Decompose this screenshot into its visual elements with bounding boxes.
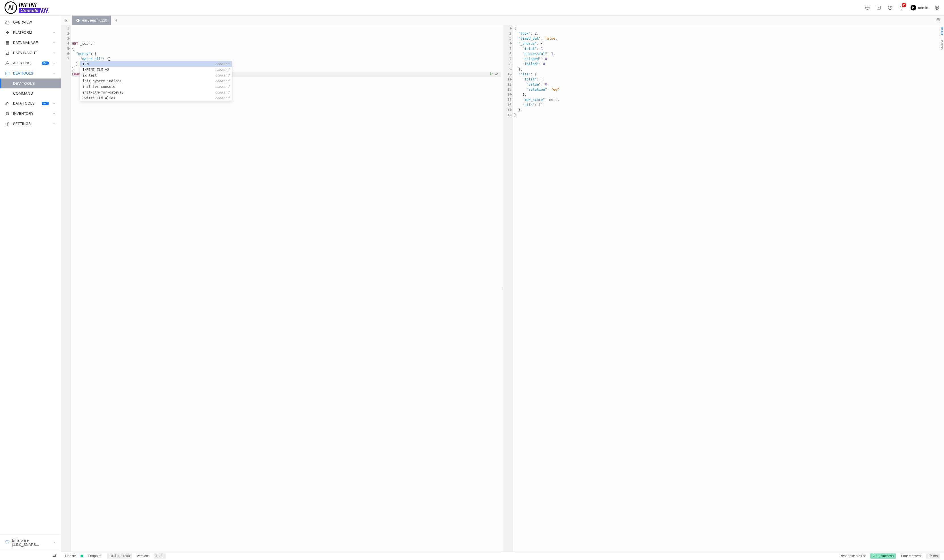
- alert-icon: [5, 61, 10, 65]
- license-info[interactable]: Enterprise (1.5.0_SNAPS...: [5, 538, 56, 547]
- sidebar-item-data-manage[interactable]: DATA MANAGE: [0, 38, 61, 48]
- svg-rect-9: [6, 42, 9, 42]
- sidebar-item-data-tools[interactable]: DATA TOOLS Pro: [0, 98, 61, 109]
- wrench-icon[interactable]: [495, 72, 499, 76]
- autocomplete-item[interactable]: Switch ILM Aliascommand: [80, 95, 232, 101]
- sidebar-item-overview[interactable]: OVERVIEW: [0, 17, 61, 28]
- sidebar-subitem-command[interactable]: COMMAND: [0, 88, 61, 98]
- svg-point-14: [8, 112, 9, 113]
- side-tab-result[interactable]: Result: [939, 25, 944, 37]
- pro-badge: Pro: [42, 102, 49, 105]
- request-pane[interactable]: 1234567 GET _search{ "query": { "match_a…: [61, 25, 502, 551]
- response-side-tabs: Result Headers: [939, 25, 944, 51]
- version-value: 1.2.0: [154, 554, 166, 558]
- status-bar: Health: Endpoint: 10.0.0.3:1200 Version:…: [61, 551, 944, 560]
- header-actions: 2 admin: [865, 5, 939, 11]
- notification-badge: 2: [902, 3, 906, 8]
- request-editor[interactable]: GET _search{ "query": { "match_all": {} …: [71, 25, 502, 551]
- editor-split: 1234567 GET _search{ "query": { "match_a…: [61, 25, 944, 551]
- language-icon[interactable]: [934, 5, 939, 10]
- sidebar-item-dev-tools[interactable]: DEV TOOLS: [0, 68, 61, 78]
- chevron-down-icon: [52, 102, 56, 105]
- app-header: N INFINI Console 2 admin: [0, 0, 944, 15]
- svg-rect-5: [6, 31, 8, 32]
- terminal-icon: [5, 71, 10, 76]
- svg-rect-8: [8, 33, 9, 34]
- request-line-gutter: 1234567: [61, 25, 71, 551]
- response-status-value: 200 - success: [870, 554, 896, 558]
- sidebar-item-settings[interactable]: SETTINGS: [0, 119, 61, 129]
- pro-badge: Pro: [42, 62, 49, 65]
- autocomplete-item[interactable]: init-for-consolecommand: [80, 84, 232, 89]
- gear-icon: [5, 122, 10, 126]
- response-viewer[interactable]: { "took": 2, "timed_out": false, "_shard…: [513, 25, 944, 551]
- svg-rect-6: [8, 31, 9, 32]
- tab-cluster[interactable]: easyseach-v120: [72, 15, 111, 25]
- side-tab-headers[interactable]: Headers: [939, 37, 944, 51]
- editor-tabbar: easyseach-v120 +: [61, 15, 944, 25]
- time-elapsed-value: 36 ms: [926, 554, 940, 558]
- health-indicator-icon: [80, 555, 83, 557]
- chevron-down-icon: [52, 51, 56, 55]
- sidebar-item-inventory[interactable]: INVENTORY: [0, 109, 61, 119]
- run-request-icon[interactable]: [489, 72, 493, 76]
- collapse-sidebar-icon[interactable]: [52, 552, 57, 558]
- tools-icon: [5, 101, 10, 106]
- user-avatar-icon: [910, 5, 916, 11]
- brand-logo[interactable]: N INFINI Console: [5, 2, 61, 14]
- home-icon: [5, 20, 10, 25]
- autocomplete-item[interactable]: init system indicescommand: [80, 78, 232, 84]
- sidebar-subitem-dev-tools[interactable]: DEV TOOLS: [0, 78, 61, 88]
- chevron-down-icon: [52, 41, 56, 45]
- license-text: Enterprise (1.5.0_SNAPS...: [12, 538, 51, 547]
- splitter-handle-icon: ||: [502, 287, 503, 290]
- panel-layout-icon[interactable]: [932, 18, 944, 23]
- autocomplete-item[interactable]: ik testcommand: [80, 72, 232, 78]
- export-icon[interactable]: [876, 5, 881, 10]
- time-elapsed-label: Time elapsed:: [900, 554, 922, 558]
- chevron-down-icon: [52, 112, 56, 115]
- user-menu[interactable]: admin: [910, 5, 928, 11]
- notification-bell-icon[interactable]: 2: [899, 5, 904, 10]
- sidebar: OVERVIEW PLATFORM DATA MANAGE DATA INSIG…: [0, 15, 61, 560]
- diamond-icon: [5, 540, 10, 545]
- chart-icon: [5, 51, 10, 55]
- chevron-down-icon: [52, 122, 56, 126]
- add-tab-button[interactable]: +: [111, 18, 121, 23]
- autocomplete-item[interactable]: ILMcommand: [80, 61, 232, 67]
- svg-point-15: [6, 114, 7, 115]
- autocomplete-item[interactable]: init-ilm-for-gatewaycommand: [80, 89, 232, 95]
- data-manage-icon: [5, 40, 10, 45]
- endpoint-label: Endpoint:: [88, 554, 102, 558]
- svg-point-17: [7, 123, 8, 125]
- sidebar-item-data-insight[interactable]: DATA INSIGHT: [0, 48, 61, 58]
- brand-name: INFINI: [19, 2, 40, 8]
- version-label: Version:: [137, 554, 149, 558]
- username-label: admin: [918, 6, 928, 10]
- chevron-down-icon: [52, 62, 56, 65]
- health-label: Health:: [65, 554, 76, 558]
- sidebar-item-platform[interactable]: PLATFORM: [0, 28, 61, 38]
- svg-rect-12: [6, 72, 9, 75]
- tab-label: easyseach-v120: [82, 18, 107, 22]
- svg-rect-7: [6, 33, 8, 34]
- svg-rect-20: [936, 18, 939, 21]
- chevron-up-icon: [52, 72, 56, 75]
- main-content: easyseach-v120 + 1234567 GET _search{ "q…: [61, 15, 944, 560]
- globe-icon[interactable]: [865, 5, 870, 10]
- autocomplete-item[interactable]: INFINI ILM v2command: [80, 67, 232, 72]
- sidebar-item-alerting[interactable]: ALERTING Pro: [0, 58, 61, 68]
- inventory-icon: [5, 111, 10, 116]
- help-icon[interactable]: [888, 5, 893, 10]
- platform-icon: [5, 30, 10, 35]
- svg-point-13: [6, 112, 7, 113]
- svg-rect-11: [6, 44, 9, 45]
- endpoint-value[interactable]: 10.0.0.3:1200: [107, 554, 132, 558]
- chevron-right-icon: [53, 541, 56, 544]
- cluster-tab-icon: [76, 18, 80, 22]
- autocomplete-popup[interactable]: ILMcommandINFINI ILM v2commandik testcom…: [80, 61, 232, 101]
- svg-rect-10: [6, 43, 9, 43]
- brand-subtitle: Console: [19, 8, 40, 13]
- response-pane: 123456789101112131415161718 { "took": 2,…: [504, 25, 944, 551]
- run-all-icon[interactable]: [61, 15, 72, 25]
